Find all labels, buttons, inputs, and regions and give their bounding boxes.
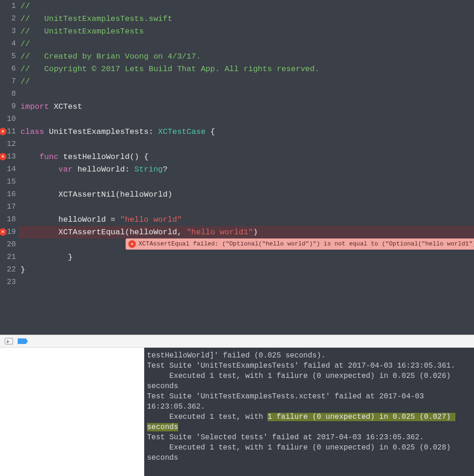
code-line[interactable] xyxy=(19,113,474,126)
line-number: 18 xyxy=(0,213,16,226)
line-number: ✕19 xyxy=(0,226,16,238)
console-line: Executed 1 test, with 1 failure (0 unexp… xyxy=(147,372,455,390)
code-line[interactable]: func testHelloWorld() { xyxy=(19,151,474,163)
line-number: 8 xyxy=(0,88,16,100)
console-line: Test Suite 'UnitTestExamplesTests' faile… xyxy=(147,362,455,370)
line-number: 1 xyxy=(0,0,16,13)
line-number: 23 xyxy=(0,276,16,289)
line-number: 2 xyxy=(0,13,16,25)
console-toggle-button[interactable] xyxy=(5,338,13,344)
code-editor-pane[interactable]: 1 2 3 4 5 6 7 8 9 10 ✕11 12 ✕13 14 15 16… xyxy=(0,0,474,335)
variables-panel[interactable] xyxy=(0,348,144,476)
code-line[interactable]: import XCTest xyxy=(19,100,474,113)
error-icon: ✕ xyxy=(128,240,136,248)
line-number: ✕13 xyxy=(0,151,16,163)
console-row: testHelloWorld]' failed (0.025 seconds).… xyxy=(0,348,474,476)
line-number: 22 xyxy=(0,264,16,276)
console-line: Executed 1 test, with 1 failure (0 unexp… xyxy=(147,443,455,462)
line-number: 14 xyxy=(0,163,16,176)
error-icon[interactable]: ✕ xyxy=(0,228,7,236)
line-number: 15 xyxy=(0,176,16,188)
console-line: testHelloWorld]' failed (0.025 seconds). xyxy=(147,351,326,360)
code-line[interactable] xyxy=(19,88,474,100)
code-line[interactable] xyxy=(19,251,474,264)
code-line[interactable]: // Created by Brian Voong on 4/3/17. xyxy=(19,50,474,63)
code-line[interactable]: // xyxy=(19,38,474,50)
console-output[interactable]: testHelloWorld]' failed (0.025 seconds).… xyxy=(144,348,474,476)
code-line[interactable]: // xyxy=(19,75,474,88)
line-number: 12 xyxy=(0,138,16,151)
code-line[interactable]: XCTAssertNil(helloWorld) xyxy=(19,188,474,201)
code-line[interactable]: } xyxy=(19,264,474,276)
code-line[interactable]: // UnitTestExamplesTests xyxy=(19,25,474,38)
code-line[interactable] xyxy=(19,276,474,289)
line-number: 21 xyxy=(0,251,16,264)
code-line[interactable]: // xyxy=(19,0,474,13)
line-number: ✕11 xyxy=(0,126,16,138)
line-number: 3 xyxy=(0,25,16,38)
line-number-gutter: 1 2 3 4 5 6 7 8 9 10 ✕11 12 ✕13 14 15 16… xyxy=(0,0,19,335)
code-area[interactable]: // // UnitTestExamplesTests.swift // Uni… xyxy=(19,0,474,335)
code-line[interactable]: // UnitTestExamplesTests.swift xyxy=(19,13,474,25)
error-icon[interactable]: ✕ xyxy=(0,153,7,160)
line-number: 10 xyxy=(0,113,16,126)
line-number: 6 xyxy=(0,63,16,75)
code-line[interactable]: var helloWorld: String? xyxy=(19,163,474,176)
chevron-down-icon xyxy=(7,340,9,344)
inline-error-annotation[interactable]: ✕ XCTAssertEqual failed: ("Optional("hel… xyxy=(126,238,474,250)
code-line[interactable] xyxy=(19,201,474,213)
console-line: Test Suite 'UnitTestExamplesTests.xctest… xyxy=(147,392,428,411)
error-icon[interactable]: ✕ xyxy=(0,128,7,135)
breakpoint-tag-icon[interactable] xyxy=(18,338,28,344)
code-line[interactable]: helloWorld = "hello world" xyxy=(19,213,474,226)
console-line: Test Suite 'Selected tests' failed at 20… xyxy=(147,433,424,442)
line-number: 5 xyxy=(0,50,16,63)
debug-toolbar xyxy=(0,335,474,348)
line-number: 16 xyxy=(0,188,16,201)
line-number: 20 xyxy=(0,238,16,251)
code-line[interactable]: // Copyright © 2017 Lets Build That App.… xyxy=(19,63,474,75)
line-number: 9 xyxy=(0,100,16,113)
code-line[interactable]: XCTAssertEqual(helloWorld, "hello world1… xyxy=(19,226,474,238)
line-number: 4 xyxy=(0,38,16,50)
error-message: XCTAssertEqual failed: ("Optional("hello… xyxy=(139,238,474,250)
code-line[interactable] xyxy=(19,176,474,188)
line-number: 17 xyxy=(0,201,16,213)
code-line[interactable]: class UnitTestExamplesTests: XCTestCase … xyxy=(19,126,474,138)
line-number: 7 xyxy=(0,75,16,88)
code-line[interactable] xyxy=(19,138,474,151)
console-line: Executed 1 test, with xyxy=(147,413,267,421)
code-line[interactable]: } ✕ XCTAssertEqual failed: ("Optional("h… xyxy=(19,238,474,251)
